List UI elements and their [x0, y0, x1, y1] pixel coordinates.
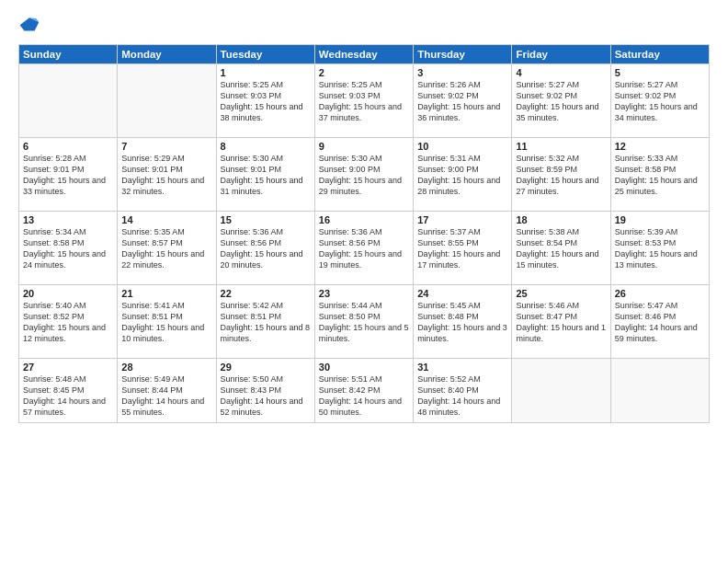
calendar-cell: 20Sunrise: 5:40 AM Sunset: 8:52 PM Dayli… [19, 285, 118, 359]
page: SundayMondayTuesdayWednesdayThursdayFrid… [0, 0, 728, 563]
calendar-cell: 6Sunrise: 5:28 AM Sunset: 9:01 PM Daylig… [19, 138, 118, 212]
calendar-cell: 14Sunrise: 5:35 AM Sunset: 8:57 PM Dayli… [118, 212, 216, 285]
calendar-cell: 22Sunrise: 5:42 AM Sunset: 8:51 PM Dayli… [216, 285, 314, 359]
day-info: Sunrise: 5:33 AM Sunset: 8:58 PM Dayligh… [615, 153, 705, 198]
day-number: 30 [319, 362, 409, 373]
calendar-cell: 21Sunrise: 5:41 AM Sunset: 8:51 PM Dayli… [118, 285, 216, 359]
day-number: 28 [121, 362, 211, 373]
calendar-cell: 29Sunrise: 5:50 AM Sunset: 8:43 PM Dayli… [216, 359, 314, 423]
day-number: 16 [319, 214, 409, 225]
calendar-cell: 19Sunrise: 5:39 AM Sunset: 8:53 PM Dayli… [610, 212, 709, 285]
weekday-header-sunday: Sunday [19, 45, 118, 64]
day-number: 5 [615, 67, 705, 78]
day-number: 7 [121, 141, 211, 152]
day-number: 14 [121, 214, 211, 225]
calendar-cell [118, 64, 216, 138]
calendar-cell: 15Sunrise: 5:36 AM Sunset: 8:56 PM Dayli… [216, 212, 314, 285]
day-info: Sunrise: 5:51 AM Sunset: 8:42 PM Dayligh… [319, 373, 409, 419]
weekday-header-friday: Friday [512, 45, 610, 64]
day-number: 15 [221, 214, 311, 225]
calendar: SundayMondayTuesdayWednesdayThursdayFrid… [18, 44, 710, 423]
logo-icon [18, 15, 40, 37]
calendar-cell: 8Sunrise: 5:30 AM Sunset: 9:01 PM Daylig… [216, 138, 314, 212]
day-number: 1 [221, 67, 311, 78]
day-info: Sunrise: 5:38 AM Sunset: 8:54 PM Dayligh… [516, 226, 606, 271]
day-info: Sunrise: 5:47 AM Sunset: 8:46 PM Dayligh… [615, 300, 705, 345]
calendar-cell: 4Sunrise: 5:27 AM Sunset: 9:02 PM Daylig… [512, 64, 610, 138]
day-info: Sunrise: 5:45 AM Sunset: 8:48 PM Dayligh… [417, 300, 507, 345]
day-info: Sunrise: 5:36 AM Sunset: 8:56 PM Dayligh… [221, 226, 311, 271]
weekday-header-saturday: Saturday [610, 45, 709, 64]
calendar-cell: 16Sunrise: 5:36 AM Sunset: 8:56 PM Dayli… [314, 212, 413, 285]
weekday-header-thursday: Thursday [414, 45, 512, 64]
calendar-cell [610, 359, 709, 423]
logo [18, 15, 44, 37]
day-number: 6 [23, 141, 113, 152]
calendar-cell [512, 359, 610, 423]
day-info: Sunrise: 5:25 AM Sunset: 9:03 PM Dayligh… [319, 79, 409, 124]
day-number: 23 [319, 288, 409, 299]
calendar-cell: 31Sunrise: 5:52 AM Sunset: 8:40 PM Dayli… [414, 359, 512, 423]
day-info: Sunrise: 5:29 AM Sunset: 9:01 PM Dayligh… [121, 153, 211, 198]
week-row-3: 13Sunrise: 5:34 AM Sunset: 8:58 PM Dayli… [19, 212, 710, 285]
calendar-cell: 30Sunrise: 5:51 AM Sunset: 8:42 PM Dayli… [314, 359, 413, 423]
day-number: 8 [221, 141, 311, 152]
day-number: 29 [221, 362, 311, 373]
day-number: 26 [615, 288, 705, 299]
day-info: Sunrise: 5:34 AM Sunset: 8:58 PM Dayligh… [23, 226, 113, 271]
calendar-cell: 26Sunrise: 5:47 AM Sunset: 8:46 PM Dayli… [610, 285, 709, 359]
day-info: Sunrise: 5:44 AM Sunset: 8:50 PM Dayligh… [319, 300, 409, 345]
calendar-cell: 5Sunrise: 5:27 AM Sunset: 9:02 PM Daylig… [610, 64, 709, 138]
day-number: 17 [417, 214, 507, 225]
calendar-cell: 12Sunrise: 5:33 AM Sunset: 8:58 PM Dayli… [610, 138, 709, 212]
day-info: Sunrise: 5:27 AM Sunset: 9:02 PM Dayligh… [516, 79, 606, 124]
day-info: Sunrise: 5:32 AM Sunset: 8:59 PM Dayligh… [516, 153, 606, 198]
day-number: 19 [615, 214, 705, 225]
day-info: Sunrise: 5:42 AM Sunset: 8:51 PM Dayligh… [221, 300, 311, 345]
day-info: Sunrise: 5:30 AM Sunset: 9:01 PM Dayligh… [221, 153, 311, 198]
day-number: 10 [417, 141, 507, 152]
weekday-header-tuesday: Tuesday [216, 45, 314, 64]
week-row-5: 27Sunrise: 5:48 AM Sunset: 8:45 PM Dayli… [19, 359, 710, 423]
day-number: 9 [319, 141, 409, 152]
day-number: 12 [615, 141, 705, 152]
calendar-cell: 11Sunrise: 5:32 AM Sunset: 8:59 PM Dayli… [512, 138, 610, 212]
weekday-header-row: SundayMondayTuesdayWednesdayThursdayFrid… [19, 45, 710, 64]
day-info: Sunrise: 5:28 AM Sunset: 9:01 PM Dayligh… [23, 153, 113, 198]
calendar-cell: 10Sunrise: 5:31 AM Sunset: 9:00 PM Dayli… [414, 138, 512, 212]
calendar-cell: 2Sunrise: 5:25 AM Sunset: 9:03 PM Daylig… [314, 64, 413, 138]
day-info: Sunrise: 5:35 AM Sunset: 8:57 PM Dayligh… [121, 226, 211, 271]
day-number: 2 [319, 67, 409, 78]
calendar-cell [19, 64, 118, 138]
day-info: Sunrise: 5:49 AM Sunset: 8:44 PM Dayligh… [121, 373, 211, 419]
weekday-header-wednesday: Wednesday [314, 45, 413, 64]
week-row-2: 6Sunrise: 5:28 AM Sunset: 9:01 PM Daylig… [19, 138, 710, 212]
day-number: 22 [221, 288, 311, 299]
day-info: Sunrise: 5:39 AM Sunset: 8:53 PM Dayligh… [615, 226, 705, 271]
calendar-cell: 24Sunrise: 5:45 AM Sunset: 8:48 PM Dayli… [414, 285, 512, 359]
calendar-cell: 28Sunrise: 5:49 AM Sunset: 8:44 PM Dayli… [118, 359, 216, 423]
calendar-cell: 1Sunrise: 5:25 AM Sunset: 9:03 PM Daylig… [216, 64, 314, 138]
calendar-cell: 27Sunrise: 5:48 AM Sunset: 8:45 PM Dayli… [19, 359, 118, 423]
day-info: Sunrise: 5:41 AM Sunset: 8:51 PM Dayligh… [121, 300, 211, 345]
day-number: 18 [516, 214, 606, 225]
day-number: 4 [516, 67, 606, 78]
day-number: 24 [417, 288, 507, 299]
day-number: 21 [121, 288, 211, 299]
day-info: Sunrise: 5:50 AM Sunset: 8:43 PM Dayligh… [221, 373, 311, 419]
day-info: Sunrise: 5:26 AM Sunset: 9:02 PM Dayligh… [417, 79, 507, 124]
week-row-1: 1Sunrise: 5:25 AM Sunset: 9:03 PM Daylig… [19, 64, 710, 138]
day-number: 11 [516, 141, 606, 152]
day-info: Sunrise: 5:36 AM Sunset: 8:56 PM Dayligh… [319, 226, 409, 271]
day-info: Sunrise: 5:27 AM Sunset: 9:02 PM Dayligh… [615, 79, 705, 124]
day-info: Sunrise: 5:30 AM Sunset: 9:00 PM Dayligh… [319, 153, 409, 198]
day-info: Sunrise: 5:46 AM Sunset: 8:47 PM Dayligh… [516, 300, 606, 345]
calendar-cell: 17Sunrise: 5:37 AM Sunset: 8:55 PM Dayli… [414, 212, 512, 285]
header [18, 15, 710, 37]
calendar-cell: 9Sunrise: 5:30 AM Sunset: 9:00 PM Daylig… [314, 138, 413, 212]
calendar-cell: 7Sunrise: 5:29 AM Sunset: 9:01 PM Daylig… [118, 138, 216, 212]
day-number: 20 [23, 288, 113, 299]
day-info: Sunrise: 5:40 AM Sunset: 8:52 PM Dayligh… [23, 300, 113, 345]
calendar-cell: 13Sunrise: 5:34 AM Sunset: 8:58 PM Dayli… [19, 212, 118, 285]
day-number: 13 [23, 214, 113, 225]
